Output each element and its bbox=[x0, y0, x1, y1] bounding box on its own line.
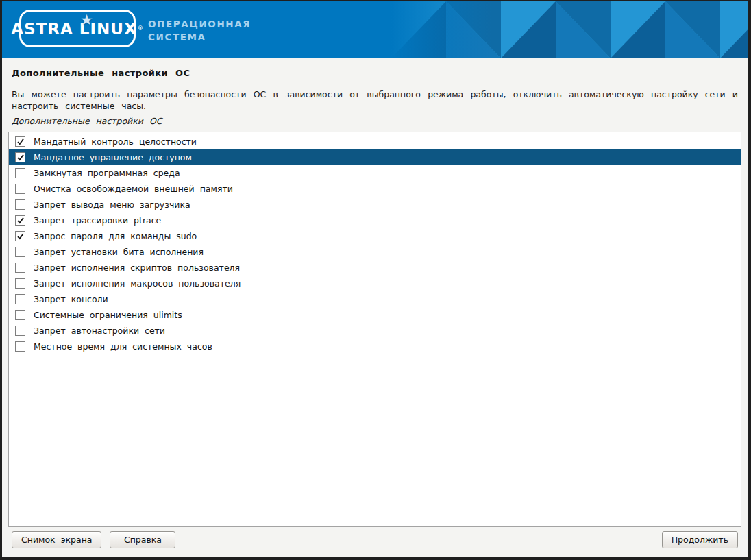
option-label: Запрет трассировки ptrace bbox=[34, 215, 161, 226]
check-icon bbox=[16, 154, 25, 162]
checkbox[interactable] bbox=[15, 341, 25, 352]
checkbox[interactable] bbox=[15, 231, 25, 241]
checkbox[interactable] bbox=[15, 184, 25, 194]
screenshot-button[interactable]: Снимок экрана bbox=[12, 531, 101, 548]
option-row[interactable]: Очистка освобождаемой внешней памяти bbox=[9, 181, 741, 197]
option-label: Запрет установки бита исполнения bbox=[34, 247, 204, 257]
footer-bar: Снимок экрана Справка Продолжить bbox=[2, 527, 748, 557]
continue-button[interactable]: Продолжить bbox=[662, 531, 738, 548]
checkbox[interactable] bbox=[15, 310, 25, 320]
logo-text: ASTRA LINUX bbox=[11, 20, 136, 38]
checkbox[interactable] bbox=[15, 263, 25, 273]
checkbox[interactable] bbox=[15, 247, 25, 257]
option-row[interactable]: Запрет трассировки ptrace bbox=[9, 212, 741, 228]
option-row[interactable]: Системные ограничения ulimits bbox=[9, 307, 741, 323]
option-label: Запрет вывода меню загрузчика bbox=[34, 199, 190, 210]
option-row[interactable]: Местное время для системных часов bbox=[9, 339, 741, 354]
check-icon bbox=[16, 138, 25, 146]
page-subtitle: Дополнительные настройки ОС bbox=[8, 116, 741, 126]
checkbox[interactable] bbox=[15, 168, 25, 178]
check-icon bbox=[16, 217, 25, 225]
main-content: Дополнительные настройки ОС Вы можете на… bbox=[2, 58, 748, 527]
checkbox[interactable] bbox=[15, 136, 25, 147]
option-row[interactable]: Запрос пароля для команды sudo bbox=[9, 228, 741, 244]
option-label: Запрет исполнения макросов пользователя bbox=[34, 278, 241, 289]
star-icon: ★ bbox=[80, 13, 94, 27]
option-label: Запрет автонастройки сети bbox=[34, 326, 165, 336]
option-row[interactable]: Замкнутая программная среда bbox=[9, 165, 741, 181]
option-label: Местное время для системных часов bbox=[34, 341, 212, 352]
option-label: Запрет консоли bbox=[34, 294, 108, 304]
checkbox[interactable] bbox=[15, 278, 25, 289]
help-button[interactable]: Справка bbox=[110, 531, 175, 548]
option-label: Мандатный контроль целостности bbox=[34, 136, 197, 147]
option-row[interactable]: Запрет автонастройки сети bbox=[9, 323, 741, 339]
option-label: Мандатное управление доступом bbox=[34, 152, 192, 162]
checkbox[interactable] bbox=[15, 326, 25, 336]
page-title: Дополнительные настройки ОС bbox=[8, 68, 741, 78]
checkbox[interactable] bbox=[15, 294, 25, 304]
checkbox[interactable] bbox=[15, 215, 25, 226]
option-label: Запрос пароля для команды sudo bbox=[34, 231, 197, 241]
checkbox[interactable] bbox=[15, 199, 25, 210]
installer-window: ASTRA LINUX® ★ ОПЕРАЦИОННАЯ СИСТЕМА Допо… bbox=[0, 0, 751, 560]
option-row[interactable]: Запрет консоли bbox=[9, 291, 741, 307]
page-description: Вы можете настроить параметры безопаснос… bbox=[8, 88, 741, 112]
checkbox[interactable] bbox=[15, 152, 25, 162]
option-label: Запрет исполнения скриптов пользователя bbox=[34, 263, 240, 273]
option-row[interactable]: Мандатное управление доступом bbox=[9, 149, 741, 165]
option-row[interactable]: Мандатный контроль целостности bbox=[9, 134, 741, 149]
registered-mark: ® bbox=[138, 22, 144, 36]
header-facet-pattern bbox=[391, 1, 748, 58]
astra-linux-logo: ASTRA LINUX® ★ bbox=[19, 10, 136, 47]
option-row[interactable]: Запрет исполнения скриптов пользователя bbox=[9, 260, 741, 276]
brand-caption: ОПЕРАЦИОННАЯ СИСТЕМА bbox=[148, 18, 251, 44]
options-list: Мандатный контроль целостности Мандатное… bbox=[8, 132, 741, 527]
check-icon bbox=[16, 232, 25, 241]
option-row[interactable]: Запрет вывода меню загрузчика bbox=[9, 197, 741, 212]
header: ASTRA LINUX® ★ ОПЕРАЦИОННАЯ СИСТЕМА bbox=[2, 1, 748, 58]
option-label: Замкнутая программная среда bbox=[34, 168, 180, 178]
option-row[interactable]: Запрет исполнения макросов пользователя bbox=[9, 276, 741, 291]
option-label: Очистка освобождаемой внешней памяти bbox=[34, 184, 233, 194]
option-row[interactable]: Запрет установки бита исполнения bbox=[9, 244, 741, 260]
option-label: Системные ограничения ulimits bbox=[34, 310, 182, 320]
